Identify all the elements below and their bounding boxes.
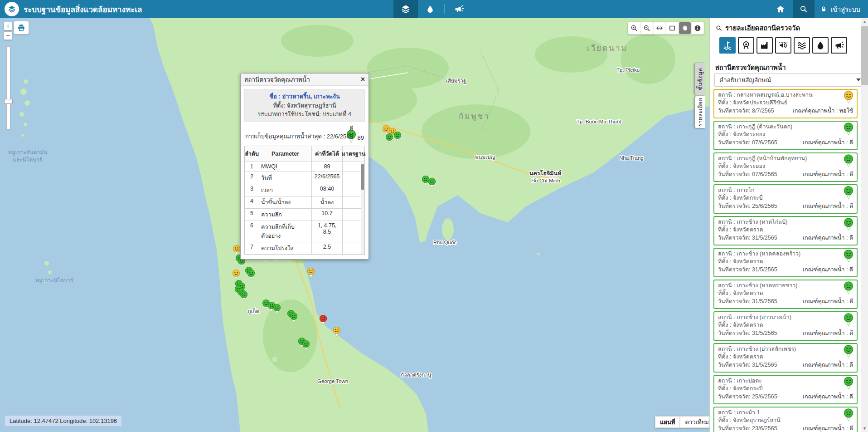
home-icon xyxy=(776,4,786,14)
search-button[interactable] xyxy=(793,0,815,18)
station-card[interactable]: สถานี : เกาะช้าง (หาดทรายขาว)ที่ตั้ง : จ… xyxy=(713,280,858,309)
legend-dropdown[interactable]: คำอธิบายสัญลักษณ์ xyxy=(714,73,866,87)
medal-filter-button[interactable] xyxy=(738,37,754,54)
map-label: Hồ Chí Minh xyxy=(531,178,560,183)
pan-hand-tool[interactable] xyxy=(679,22,691,34)
station-card[interactable]: สถานี : เกาะกุฎี (ด้านตะวันตก)ที่ตั้ง : … xyxy=(713,121,858,150)
popup-station-name: ชื่อ : อ่าวหาดริ้น, เกาะพะงัน xyxy=(247,92,363,101)
zoom-out-button[interactable]: − xyxy=(4,31,12,40)
map-label: เสียมราฐ xyxy=(446,78,466,84)
card-location: ที่ตั้ง : จังหวัดตราด xyxy=(718,353,853,361)
sidebar-scrollbar[interactable]: ▲ ▼ xyxy=(861,18,868,432)
box-zoom-tool[interactable] xyxy=(666,22,678,34)
details-sidebar: รายละเอียดสถานีตรวจวัด สถานีตรวจวัดคุณภา… xyxy=(709,18,868,432)
station-card[interactable]: สถานี : เกาะช้าง (หาดไก่แบ้)ที่ตั้ง : จั… xyxy=(713,216,858,245)
search-icon xyxy=(715,25,723,32)
popup-latest-label: การเก็บข้อมูลคุณภาพน้ำล่าสุด : 22/6/2565 xyxy=(245,132,353,141)
drop-icon xyxy=(425,4,435,14)
horizontal-arrows-icon xyxy=(655,24,664,32)
card-location: ที่ตั้ง : จังหวัดระยอง xyxy=(718,162,853,170)
card-station-name: สถานี : เกาะช้าง (หาดไก่แบ้) xyxy=(718,218,853,226)
tab-details-vertical[interactable]: รายละเอียด xyxy=(694,96,705,128)
water-drop-nav-button[interactable] xyxy=(418,0,442,18)
factory-icon xyxy=(759,40,770,51)
card-quality-label: เกณฑ์คุณภาพน้ำ : ดี xyxy=(803,424,853,432)
station-card[interactable]: สถานี : เกาะช้าง (หาดคลองพร้าว)ที่ตั้ง :… xyxy=(713,248,858,277)
megaphone-nav-button[interactable] xyxy=(446,0,471,18)
chevron-down-icon xyxy=(856,79,861,81)
layers-icon xyxy=(400,4,411,15)
layers-nav-button[interactable] xyxy=(393,0,418,18)
scroll-down-icon[interactable]: ▼ xyxy=(861,425,868,432)
table-header-row: ลำดับParameterค่าที่วัดได้มาตรฐาน xyxy=(245,146,364,162)
coordinates-readout: Latitude: 12.47472 Longitude: 102.13196 xyxy=(5,415,122,427)
card-status-marker-icon xyxy=(843,249,854,265)
card-quality-label: เกณฑ์คุณภาพน้ำ : พอใช้ xyxy=(792,106,853,115)
megaphone-filter-button[interactable] xyxy=(831,37,847,54)
zoom-in-magnifier-icon xyxy=(630,24,638,32)
medal-icon xyxy=(741,40,752,51)
popup-close-button[interactable]: × xyxy=(361,76,365,83)
box-select-icon xyxy=(668,24,676,32)
popup-station-location: ที่ตั้ง: จังหวัดสุราษฎร์ธานี xyxy=(247,101,363,110)
wave-filter-button[interactable] xyxy=(794,37,810,54)
table-row: 6ความลึกที่เก็บตัวอย่าง1, 4.75, 8.5 xyxy=(245,221,364,242)
card-station-name: สถานี : เกาะช้าง (หาดทรายขาว) xyxy=(718,282,853,290)
popup-table-scrollbar[interactable] xyxy=(361,163,364,254)
card-status-marker-icon xyxy=(843,313,854,328)
info-tool[interactable] xyxy=(692,22,703,34)
map-label: Tp. Pleiku xyxy=(616,67,640,73)
zoom-slider-handle[interactable] xyxy=(4,99,13,104)
card-status-marker-icon xyxy=(843,217,854,233)
station-flag-filter-button[interactable] xyxy=(719,37,736,54)
tab-layers-vertical[interactable]: ชั้นข้อมูล xyxy=(694,63,705,95)
layers-logo-icon xyxy=(7,5,16,14)
map-label: นครโฮจิมินห์ xyxy=(529,170,561,177)
card-status-marker-icon xyxy=(843,281,854,296)
station-card[interactable]: สถานี : เกาะช้าง (อ่าวสลักเพชร)ที่ตั้ง :… xyxy=(713,343,858,373)
map-type-button[interactable]: แผนที่ xyxy=(655,416,680,428)
card-station-name: สถานี : เกาะช้าง (อ่าวสลักเพชร) xyxy=(718,345,853,353)
card-station-name: สถานี : เกาะกุฎี (ด้านตะวันตก) xyxy=(718,123,853,131)
station-card[interactable]: สถานี : เกาะช้าง (อ่าวบางเบ้า)ที่ตั้ง : … xyxy=(713,311,858,341)
card-quality-label: เกณฑ์คุณภาพน้ำ : ดี xyxy=(803,233,853,242)
zoom-slider-track[interactable] xyxy=(6,46,10,130)
card-location: ที่ตั้ง : จังหวัดตราด xyxy=(718,258,853,265)
station-flag-icon xyxy=(722,40,733,51)
station-card[interactable]: สถานี : เกาะม้า 1ที่ตั้ง : จังหวัดสุราษฎ… xyxy=(713,407,858,432)
print-button[interactable] xyxy=(14,21,29,34)
megaphone-icon xyxy=(453,4,464,15)
popup-info-box: ชื่อ : อ่าวหาดริ้น, เกาะพะงัน ที่ตั้ง: จ… xyxy=(244,89,365,122)
zoom-out-magnifier-icon xyxy=(643,24,651,32)
map-label: เวียดนาม xyxy=(587,44,628,53)
card-station-name: สถานี : เกาะช้าง (หาดคลองพร้าว) xyxy=(718,250,853,258)
login-button[interactable]: เข้าสู่ระบบ xyxy=(815,0,866,18)
scroll-up-icon[interactable]: ▲ xyxy=(861,18,868,25)
map-label: Tp. Buôn Ma Thuột xyxy=(577,119,621,124)
card-quality-label: เกณฑ์คุณภาพน้ำ : ดี xyxy=(803,170,853,179)
pan-horizontal-tool[interactable] xyxy=(654,22,665,34)
card-location: ที่ตั้ง : จังหวัดตราด xyxy=(718,321,853,329)
station-card[interactable]: สถานี : เกาะกุฎี (หน้าบ้านพักอุทยาน)ที่ต… xyxy=(713,152,858,182)
megaphone-icon xyxy=(834,40,844,51)
satellite-type-button[interactable]: ดาวเทียม xyxy=(680,416,713,428)
map-zoom-in-tool[interactable] xyxy=(628,22,640,34)
zoom-in-button[interactable]: + xyxy=(4,22,12,30)
card-quality-label: เกณฑ์คุณภาพน้ำ : ดี xyxy=(803,297,853,306)
home-button[interactable] xyxy=(768,0,793,18)
station-card[interactable]: สถานี : เกาะปอดะที่ตั้ง : จังหวัดกระบี่ว… xyxy=(713,375,858,404)
drop-filter-button[interactable] xyxy=(812,37,829,54)
station-card[interactable]: สถานี : กลางหาดสมบูรณ์,อ.บางสะพานที่ตั้ง… xyxy=(713,89,858,118)
sidebar-title: รายละเอียดสถานีตรวจวัด xyxy=(725,23,800,34)
card-location: ที่ตั้ง : จังหวัดระยอง xyxy=(718,131,853,138)
nav-divider xyxy=(444,4,445,14)
map-label: Nha Trang xyxy=(619,155,644,161)
login-label: เข้าสู่ระบบ xyxy=(830,4,860,15)
noise-filter-button[interactable] xyxy=(775,37,791,54)
scrollbar-thumb[interactable] xyxy=(861,26,868,85)
printer-icon xyxy=(17,23,26,33)
factory-filter-button[interactable] xyxy=(756,37,773,54)
map-zoom-out-tool[interactable] xyxy=(641,22,653,34)
map-toolbar xyxy=(628,22,704,34)
station-card[interactable]: สถานี : เกาะไก่ที่ตั้ง : จังหวัดกระบี่วั… xyxy=(713,184,858,214)
